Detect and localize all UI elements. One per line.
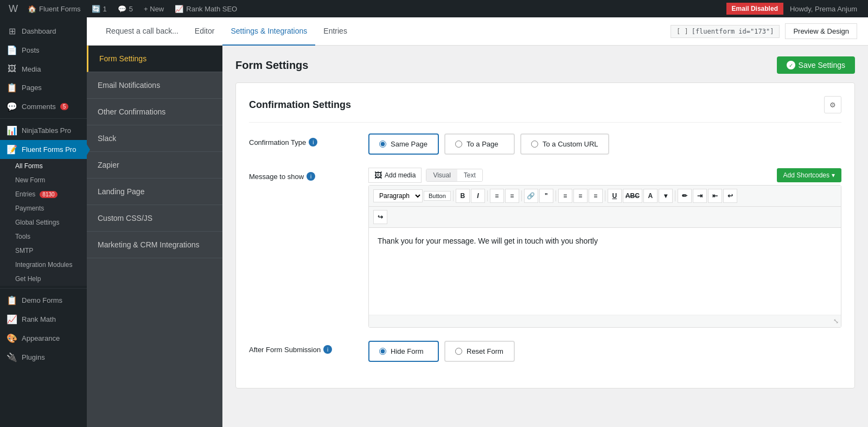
- editor-toolbar: Paragraph Button B I ≡ ≡: [369, 186, 841, 207]
- site-name[interactable]: 🏠 Fluent Forms: [22, 0, 86, 17]
- submenu-entries[interactable]: Entries 8130: [0, 187, 87, 201]
- sidebar-item-posts[interactable]: 📄 Posts: [0, 41, 87, 60]
- email-disabled-badge: Email Disabled: [726, 3, 783, 15]
- page-title: Form Settings: [235, 59, 308, 72]
- submenu-integration-modules[interactable]: Integration Modules: [0, 258, 87, 272]
- new-content[interactable]: + New: [138, 0, 169, 17]
- bold-button[interactable]: B: [456, 189, 470, 203]
- shortcode-icon: [ ]: [676, 28, 688, 35]
- tab-editor[interactable]: Editor: [187, 17, 223, 46]
- visual-tab[interactable]: Visual: [426, 169, 457, 181]
- rank-math-seo[interactable]: 📈 Rank Math SEO: [169, 0, 242, 17]
- settings-card: Confirmation Settings ⚙ Confirmation Typ…: [235, 82, 855, 388]
- paragraph-select[interactable]: Paragraph: [373, 189, 423, 202]
- confirmation-type-info-icon[interactable]: i: [309, 138, 317, 146]
- nav-slack[interactable]: Slack: [87, 125, 222, 152]
- nav-email-notifications[interactable]: Email Notifications: [87, 72, 222, 99]
- comments-badge: 5: [60, 103, 69, 110]
- radio-custom-url[interactable]: To a Custom URL: [520, 133, 609, 155]
- nav-custom-css-js[interactable]: Custom CSS/JS: [87, 205, 222, 232]
- blockquote-button[interactable]: ": [539, 189, 553, 203]
- comments-count[interactable]: 💬 5: [112, 0, 138, 17]
- nav-other-confirmations[interactable]: Other Confirmations: [87, 99, 222, 125]
- button-tag[interactable]: Button: [424, 191, 451, 201]
- underline-button[interactable]: U: [608, 189, 622, 203]
- italic-button[interactable]: I: [471, 189, 485, 203]
- chevron-down-icon: ▾: [832, 171, 835, 179]
- radio-reset-form[interactable]: Reset Form: [444, 341, 515, 362]
- pages-icon: 📋: [7, 82, 17, 93]
- editor-area: 🖼 Add media Visual Text Add Shortcodes ▾: [368, 168, 841, 328]
- radio-hide-form[interactable]: Hide Form: [368, 341, 439, 362]
- add-media-button[interactable]: 🖼 Add media: [368, 168, 422, 183]
- message-to-show-row: Message to show i 🖼 Add media: [249, 168, 841, 328]
- submenu-payments[interactable]: Payments: [0, 201, 87, 215]
- resize-handle-icon[interactable]: ⤡: [833, 317, 839, 325]
- submenu-global-settings[interactable]: Global Settings: [0, 215, 87, 230]
- breadcrumb-link[interactable]: Request a call back...: [98, 17, 187, 46]
- sidebar-item-dashboard[interactable]: ⊞ Dashboard: [0, 22, 87, 41]
- editor-content[interactable]: Thank you for your message. We will get …: [369, 228, 841, 315]
- preview-design-button[interactable]: Preview & Design: [785, 23, 857, 39]
- redo-button[interactable]: ↪: [373, 210, 387, 224]
- sidebar-item-fluent-forms[interactable]: 📝 Fluent Forms Pro: [0, 140, 87, 159]
- content-area: Request a call back... Editor Settings &…: [87, 17, 868, 427]
- sidebar-item-pages[interactable]: 📋 Pages: [0, 78, 87, 97]
- dashboard-icon: ⊞: [7, 26, 17, 36]
- after-form-submission-row: After Form Submission i Hide Form Reset …: [249, 341, 841, 362]
- sidebar-item-demo-forms[interactable]: 📋 Demo Forms: [0, 291, 87, 310]
- gear-settings-button[interactable]: ⚙: [824, 96, 841, 113]
- tab-entries[interactable]: Entries: [315, 17, 355, 46]
- sub-header: Request a call back... Editor Settings &…: [87, 17, 868, 46]
- link-button[interactable]: 🔗: [524, 189, 538, 203]
- sidebar-item-comments[interactable]: 💬 Comments 5: [0, 97, 87, 116]
- align-left-button[interactable]: ≡: [558, 189, 572, 203]
- radio-to-page[interactable]: To a Page: [444, 133, 515, 155]
- nav-zapier[interactable]: Zapier: [87, 152, 222, 179]
- strikethrough-button[interactable]: ABC: [623, 189, 642, 203]
- after-submission-info-icon[interactable]: i: [323, 345, 332, 354]
- sidebar-item-plugins[interactable]: 🔌 Plugins: [0, 348, 87, 367]
- sidebar-item-media[interactable]: 🖼 Media: [0, 60, 87, 78]
- outdent-button[interactable]: ⇤: [708, 189, 722, 203]
- undo-button[interactable]: ↩: [723, 189, 737, 203]
- save-settings-button[interactable]: ✓ Save Settings: [777, 56, 855, 74]
- sidebar-item-appearance[interactable]: 🎨 Appearance: [0, 329, 87, 348]
- wp-logo[interactable]: W: [4, 3, 22, 15]
- submenu-smtp[interactable]: SMTP: [0, 244, 87, 258]
- nav-form-settings[interactable]: Form Settings: [87, 46, 222, 72]
- posts-icon: 📄: [7, 45, 17, 55]
- ninja-tables-icon: 📊: [7, 125, 17, 136]
- main-content: Form Settings ✓ Save Settings Confirmati…: [222, 46, 868, 427]
- admin-sidebar: ⊞ Dashboard 📄 Posts 🖼 Media 📋 Pages 💬 Co…: [0, 17, 87, 427]
- nav-landing-page[interactable]: Landing Page: [87, 179, 222, 205]
- check-icon: ✓: [787, 61, 795, 69]
- media-icon: 🖼: [7, 64, 17, 74]
- shortcode-display[interactable]: [ ] [fluentform id="173"]: [671, 25, 780, 38]
- message-info-icon[interactable]: i: [307, 172, 315, 181]
- submenu-tools[interactable]: Tools: [0, 230, 87, 244]
- edit-button[interactable]: ✏: [678, 189, 692, 203]
- submenu-all-forms[interactable]: All Forms: [0, 159, 87, 173]
- submenu-get-help[interactable]: Get Help: [0, 272, 87, 286]
- align-center-button[interactable]: ≡: [573, 189, 588, 203]
- indent-button[interactable]: ⇥: [693, 189, 707, 203]
- form-settings-nav: Form Settings Email Notifications Other …: [87, 46, 222, 427]
- radio-same-page[interactable]: Same Page: [368, 133, 439, 155]
- submenu-new-form[interactable]: New Form: [0, 173, 87, 187]
- text-color-dropdown[interactable]: ▾: [659, 189, 673, 203]
- sidebar-item-rank-math[interactable]: 📈 Rank Math: [0, 310, 87, 329]
- howdy-text: Howdy, Prema Anjum: [783, 5, 864, 13]
- align-right-button[interactable]: ≡: [589, 189, 603, 203]
- media-plus-icon: 🖼: [374, 171, 382, 180]
- ordered-list-button[interactable]: ≡: [505, 189, 519, 203]
- nav-marketing-crm[interactable]: Marketing & CRM Integrations: [87, 232, 222, 258]
- tab-settings-integrations[interactable]: Settings & Integrations: [222, 17, 315, 46]
- text-tab[interactable]: Text: [457, 169, 482, 181]
- sidebar-item-ninja-tables[interactable]: 📊 NinjaTables Pro: [0, 121, 87, 140]
- unordered-list-button[interactable]: ≡: [490, 189, 504, 203]
- confirmation-type-label: Confirmation Type i: [249, 133, 358, 146]
- updates-count[interactable]: 🔄 1: [86, 0, 112, 17]
- add-shortcodes-button[interactable]: Add Shortcodes ▾: [777, 168, 841, 182]
- text-color-button[interactable]: A: [643, 189, 658, 203]
